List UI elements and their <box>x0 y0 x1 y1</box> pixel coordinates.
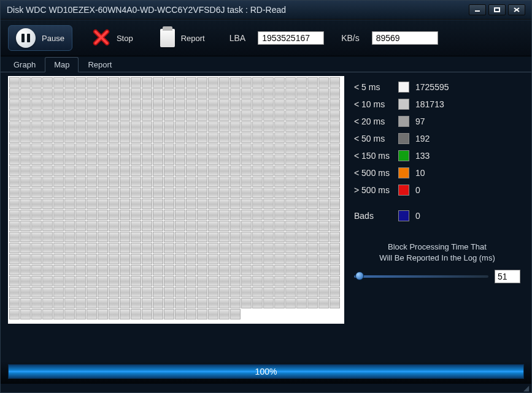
block-cell <box>208 166 218 176</box>
report-button[interactable]: Report <box>153 26 212 50</box>
block-cell <box>64 298 75 308</box>
block-cell <box>318 221 329 231</box>
minimize-button[interactable] <box>469 4 486 15</box>
log-threshold-slider[interactable] <box>354 275 488 278</box>
block-cell <box>142 309 152 319</box>
block-cell <box>64 110 75 121</box>
block-cell <box>230 166 241 176</box>
log-threshold-input[interactable] <box>495 270 520 283</box>
block-cell <box>31 309 42 319</box>
block-cell <box>42 276 53 286</box>
block-cell <box>330 188 340 198</box>
stop-button[interactable]: Stop <box>85 26 141 51</box>
resize-grip-icon[interactable]: ◢ <box>523 384 529 392</box>
block-cell <box>197 254 207 264</box>
pause-button[interactable]: Pause <box>8 25 72 51</box>
block-cell <box>274 177 285 187</box>
block-cell <box>274 243 285 253</box>
block-cell <box>42 199 53 209</box>
block-cell <box>318 188 329 198</box>
block-cell <box>175 110 185 121</box>
block-cell <box>131 243 141 253</box>
block-cell <box>296 143 307 154</box>
block-cell <box>219 121 229 132</box>
tab-report[interactable]: Report <box>79 57 121 72</box>
block-cell <box>98 121 108 132</box>
block-cell <box>175 298 185 308</box>
block-cell <box>263 188 274 198</box>
block-cell <box>9 99 20 110</box>
block-cell <box>153 166 163 176</box>
block-cell <box>252 210 263 220</box>
legend-row: Bads0 <box>354 207 520 224</box>
block-cell <box>197 221 207 231</box>
block-cell <box>197 298 207 308</box>
block-cell <box>296 166 307 176</box>
pause-icon <box>16 28 36 48</box>
block-cell <box>109 177 119 187</box>
block-cell <box>31 155 42 165</box>
tab-graph[interactable]: Graph <box>4 57 45 72</box>
block-cell <box>164 88 174 99</box>
block-cell <box>274 121 285 132</box>
block-cell <box>87 287 97 297</box>
block-cell <box>9 309 20 319</box>
legend-label: > 500 ms <box>354 185 392 195</box>
block-cell <box>20 132 31 143</box>
block-cell <box>241 276 252 286</box>
block-cell <box>20 99 31 110</box>
block-cell <box>330 99 340 110</box>
block-cell <box>219 177 229 187</box>
maximize-button[interactable] <box>488 4 506 15</box>
block-cell <box>219 110 229 121</box>
block-cell <box>120 309 130 319</box>
block-cell <box>330 199 340 209</box>
block-cell <box>230 276 241 286</box>
block-cell <box>219 309 229 319</box>
legend-pane: < 5 ms1725595< 10 ms181713< 20 ms97< 50 … <box>350 76 524 359</box>
tab-map[interactable]: Map <box>45 57 79 72</box>
lba-input[interactable] <box>258 31 324 45</box>
block-cell <box>296 243 307 253</box>
block-cell <box>285 121 296 132</box>
pause-label: Pause <box>42 34 64 43</box>
block-cell <box>75 243 86 253</box>
block-cell <box>208 110 218 121</box>
block-cell <box>263 143 274 154</box>
block-cell <box>208 298 218 308</box>
block-cell <box>296 188 307 198</box>
block-cell <box>197 143 207 154</box>
block-cell <box>186 276 196 286</box>
kbs-input[interactable] <box>372 31 438 45</box>
block-cell <box>75 177 86 187</box>
block-cell <box>186 309 196 319</box>
minimize-icon <box>474 7 481 13</box>
block-cell <box>197 132 207 143</box>
block-cell <box>296 132 307 143</box>
block-cell <box>75 309 86 319</box>
block-cell <box>164 199 174 209</box>
block-cell <box>296 254 307 264</box>
block-cell <box>186 88 196 99</box>
block-cell <box>307 155 318 165</box>
stop-x-icon <box>92 28 110 48</box>
block-cell <box>153 99 163 110</box>
block-cell <box>87 254 97 264</box>
block-cell <box>64 309 75 319</box>
block-cell <box>109 166 119 176</box>
block-cell <box>186 166 196 176</box>
close-button[interactable] <box>508 4 525 15</box>
block-cell <box>131 143 141 154</box>
block-cell <box>53 243 64 253</box>
block-cell <box>31 210 42 220</box>
block-cell <box>318 287 329 297</box>
block-cell <box>75 254 86 264</box>
block-cell <box>120 210 130 220</box>
block-cell <box>109 265 119 275</box>
legend-swatch <box>398 150 409 161</box>
block-cell <box>208 121 218 132</box>
block-cell <box>219 143 229 154</box>
block-cell <box>241 199 252 209</box>
block-cell <box>285 243 296 253</box>
block-cell <box>252 265 263 275</box>
